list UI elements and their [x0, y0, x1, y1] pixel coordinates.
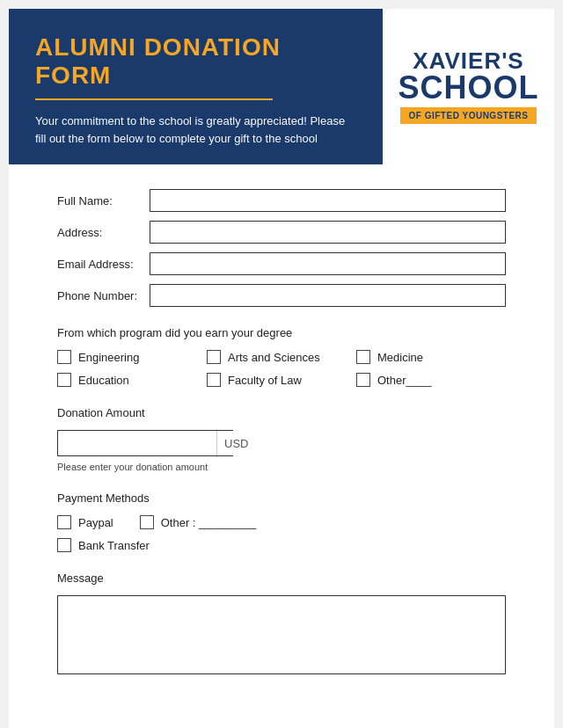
logo-tagline: OF GIFTED YOUNGSTERS: [400, 107, 537, 124]
header-divider: [35, 98, 273, 100]
label-faculty-law: Faculty of Law: [228, 374, 302, 387]
message-title: Message: [57, 571, 506, 585]
program-section: From which program did you earn your deg…: [57, 326, 506, 387]
label-education: Education: [78, 374, 129, 387]
option-paypal: Paypal: [57, 515, 113, 529]
logo-container: XAVIER'S SCHOOL OF GIFTED YOUNGSTERS: [383, 9, 554, 164]
page: ALUMNI DONATION FORM Your commitment to …: [9, 9, 554, 728]
checkbox-engineering[interactable]: [57, 350, 71, 364]
label-other-payment: Other : _________: [161, 516, 256, 529]
form-area: Full Name: Address: Email Address: Phone…: [9, 164, 554, 704]
label-arts-sciences: Arts and Sciences: [228, 351, 320, 364]
option-faculty-law: Faculty of Law: [207, 373, 356, 387]
message-section: Message: [57, 571, 506, 678]
message-input[interactable]: [57, 595, 506, 674]
input-phone[interactable]: [150, 284, 506, 307]
field-row-address: Address:: [57, 221, 506, 244]
checkbox-education[interactable]: [57, 373, 71, 387]
payment-title: Payment Methods: [57, 491, 506, 505]
option-bank-transfer: Bank Transfer: [57, 538, 150, 552]
label-engineering: Engineering: [78, 351, 139, 364]
label-fullname: Full Name:: [57, 194, 150, 207]
option-engineering: Engineering: [57, 350, 207, 364]
checkbox-faculty-law[interactable]: [207, 373, 221, 387]
option-other-payment: Other : _________: [140, 515, 256, 529]
field-row-fullname: Full Name:: [57, 189, 506, 212]
option-medicine: Medicine: [356, 350, 506, 364]
logo-line2: SCHOOL: [398, 72, 539, 104]
option-other: Other____: [356, 373, 506, 387]
payment-section: Payment Methods Paypal Other : _________: [57, 491, 506, 552]
donation-amount-input[interactable]: [58, 431, 216, 455]
currency-label: USD: [216, 431, 255, 455]
checkbox-other[interactable]: [356, 373, 370, 387]
donation-title: Donation Amount: [57, 406, 506, 419]
donation-section: Donation Amount USD Please enter your do…: [57, 406, 506, 472]
donation-hint: Please enter your donation amount: [57, 462, 506, 472]
header-left: ALUMNI DONATION FORM Your commitment to …: [9, 9, 383, 164]
checkbox-paypal[interactable]: [57, 515, 71, 529]
label-medicine: Medicine: [377, 351, 423, 364]
option-arts-sciences: Arts and Sciences: [207, 350, 356, 364]
header-description: Your commitment to the school is greatly…: [35, 113, 356, 147]
program-section-title: From which program did you earn your deg…: [57, 326, 506, 339]
input-fullname[interactable]: [150, 189, 506, 212]
payment-options: Paypal Other : _________ Bank Transfer: [57, 515, 506, 552]
input-address[interactable]: [150, 221, 506, 244]
label-paypal: Paypal: [78, 516, 113, 529]
checkbox-other-payment[interactable]: [140, 515, 154, 529]
label-bank-transfer: Bank Transfer: [78, 539, 150, 552]
option-education: Education: [57, 373, 207, 387]
checkbox-arts-sciences[interactable]: [207, 350, 221, 364]
personal-fields: Full Name: Address: Email Address: Phone…: [57, 189, 506, 307]
checkbox-medicine[interactable]: [356, 350, 370, 364]
donation-input-wrap: USD: [57, 430, 233, 456]
checkbox-bank-transfer[interactable]: [57, 538, 71, 552]
payment-row-2: Bank Transfer: [57, 538, 506, 552]
label-other: Other____: [377, 374, 431, 387]
form-title: ALUMNI DONATION FORM: [35, 33, 356, 90]
logo: XAVIER'S SCHOOL OF GIFTED YOUNGSTERS: [398, 49, 539, 124]
field-row-phone: Phone Number:: [57, 284, 506, 307]
label-phone: Phone Number:: [57, 289, 150, 302]
label-address: Address:: [57, 226, 150, 239]
input-email[interactable]: [150, 252, 506, 275]
header: ALUMNI DONATION FORM Your commitment to …: [9, 9, 554, 164]
label-email: Email Address:: [57, 258, 150, 271]
field-row-email: Email Address:: [57, 252, 506, 275]
program-options: Engineering Arts and Sciences Medicine E…: [57, 350, 506, 387]
payment-row-1: Paypal Other : _________: [57, 515, 506, 529]
